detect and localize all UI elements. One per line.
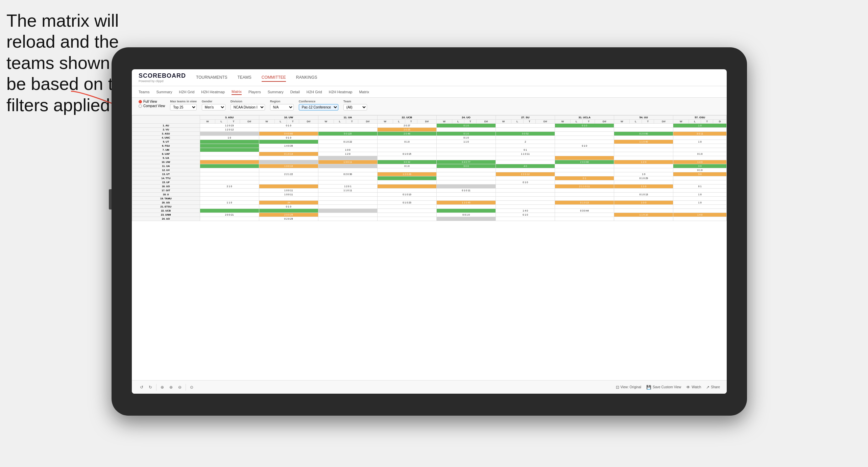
zoom-fit-icon[interactable]: ⊕	[159, 384, 165, 390]
table-row: 17. GIT1 0 0 111 1 0 110 1 0 11	[132, 189, 727, 193]
filter-division-select[interactable]: NCAA Division I	[231, 104, 265, 110]
ua-l: L	[334, 120, 346, 124]
ucb-dif: Dif	[417, 120, 436, 124]
ua-dif: Dif	[358, 120, 377, 124]
subnav-summary2[interactable]: Summary	[268, 89, 284, 95]
matrix-cell	[555, 168, 614, 172]
undo-icon[interactable]: ↺	[139, 384, 145, 390]
matrix-cell: 1 4 0	[496, 209, 555, 213]
matrix-cell: 0 1 0	[436, 132, 496, 136]
filter-max-teams: Max teams in view Top 25	[170, 100, 197, 110]
matrix-cell	[555, 180, 614, 185]
subnav-h2h-heatmap1[interactable]: H2H Heatmap	[201, 89, 225, 95]
reset-icon[interactable]: ⊙	[189, 384, 195, 390]
matrix-cell	[496, 201, 555, 205]
col-header-row-sub: W L T Dif W L T Dif W L T	[132, 120, 727, 124]
col-header-row-teams: 3. ASU 10. UW 11. UA 22. UCB 24. UO 27. …	[132, 116, 727, 120]
table-row: 15. UF0 1 0	[132, 180, 727, 185]
zoom-in-icon[interactable]: ⊕	[168, 384, 174, 390]
matrix-cell	[200, 152, 259, 156]
row-header: 2. VU	[132, 128, 200, 132]
matrix-cell: 0 0 1 0	[436, 213, 496, 217]
row-header: 10. UW	[132, 160, 200, 164]
watch-btn[interactable]: 👁 Watch	[686, 385, 701, 390]
col-uw: 10. UW	[259, 116, 318, 120]
matrix-cell: 2 2 0 12	[496, 172, 555, 176]
filter-max-teams-select[interactable]: Top 25	[170, 104, 197, 110]
share-btn[interactable]: ↗ Share	[706, 385, 720, 390]
view-original-btn[interactable]: ⊡ View: Original	[616, 385, 642, 390]
filter-conference: Conference Pac-12 Conference	[299, 100, 338, 110]
row-header: 9. UA	[132, 156, 200, 160]
filter-team-select[interactable]: (All)	[343, 104, 367, 110]
matrix-cell	[318, 164, 377, 168]
matrix-cell	[436, 205, 496, 209]
zoom-out-icon[interactable]: ⊖	[177, 384, 183, 390]
matrix-scroll[interactable]: 3. ASU 10. UW 11. UA 22. UCB 24. UO 27. …	[132, 115, 727, 380]
subnav-players[interactable]: Players	[248, 89, 261, 95]
matrix-cell: 0 2 0 60	[614, 132, 673, 136]
matrix-cell	[555, 136, 614, 140]
matrix-cell: 2	[496, 140, 555, 144]
subnav-h2h-heatmap2[interactable]: H2H Heatmap	[329, 89, 353, 95]
matrix-cell	[614, 152, 673, 156]
row-header: 5. UT	[132, 140, 200, 144]
matrix-cell	[496, 160, 555, 164]
subnav-h2h-grid1[interactable]: H2H Grid	[179, 89, 194, 95]
matrix-cell	[555, 213, 614, 217]
matrix-cell: 1 4 0	[673, 160, 727, 164]
filter-gender-select[interactable]: Men's	[202, 104, 225, 110]
subnav-matrix1[interactable]: Matrix	[232, 89, 242, 95]
matrix-cell: 2 1 1 0 11	[555, 185, 614, 189]
matrix-cell: 3 0	[673, 164, 727, 168]
matrix-cell: 1 4 0	[673, 213, 727, 217]
matrix-cell	[200, 144, 259, 148]
subnav-matrix2[interactable]: Matrix	[359, 89, 369, 95]
matrix-cell: 2 0 48	[377, 132, 436, 136]
nav-rankings[interactable]: RANKINGS	[296, 74, 317, 82]
matrix-cell	[200, 209, 259, 213]
matrix-cell: 0 1 0	[555, 144, 614, 148]
subnav-h2h-grid2[interactable]: H2H Grid	[307, 89, 322, 95]
uw-dif: Dif	[299, 120, 318, 124]
matrix-cell	[318, 197, 377, 201]
filter-conference-select[interactable]: Pac-12 Conference	[299, 104, 338, 110]
nav-tournaments[interactable]: TOURNAMENTS	[196, 74, 227, 82]
filter-region-select[interactable]: N/A N/A	[270, 104, 294, 110]
matrix-cell	[496, 124, 555, 128]
matrix-cell: 1 1 0	[614, 185, 673, 189]
matrix-cell: 0 1	[496, 148, 555, 152]
table-row: 23. UNM2 0 0 212 0 0 250 0 1 00 1 01 1 0…	[132, 213, 727, 217]
radio-compact-dot	[139, 104, 142, 108]
matrix-cell	[436, 144, 496, 148]
matrix-cell: 2 2 1 22	[259, 172, 318, 176]
redo-icon[interactable]: ↻	[147, 384, 153, 390]
radio-compact-view[interactable]: Compact View	[139, 104, 165, 108]
subnav-teams[interactable]: Teams	[139, 89, 149, 95]
nav-teams[interactable]: TEAMS	[237, 74, 251, 82]
main-nav: TOURNAMENTS TEAMS COMMITTEE RANKINGS	[196, 74, 317, 82]
row-header: 7. UM	[132, 148, 200, 152]
matrix-cell	[200, 164, 259, 168]
matrix-cell	[200, 217, 259, 221]
matrix-cell	[673, 209, 727, 213]
matrix-cell	[318, 201, 377, 205]
ua-w: W	[318, 120, 334, 124]
table-row: 21. ETSU0 1 0	[132, 205, 727, 209]
subnav-summary1[interactable]: Summary	[156, 89, 172, 95]
matrix-cell	[436, 209, 496, 213]
nav-committee[interactable]: COMMITTEE	[262, 74, 286, 82]
matrix-cell: 0 1 0 11	[436, 189, 496, 193]
subnav-detail[interactable]: Detail	[290, 89, 300, 95]
matrix-cell: 3 0 32	[377, 160, 436, 164]
radio-full-view[interactable]: Full View	[139, 100, 165, 103]
matrix-cell: 1 0	[673, 140, 727, 144]
matrix-cell: 3 0	[673, 172, 727, 176]
matrix-cell	[673, 197, 727, 201]
tablet-side-button	[109, 189, 112, 210]
uu-l: L	[630, 120, 642, 124]
row-header: 11. UA	[132, 164, 200, 168]
save-custom-btn[interactable]: 💾 Save Custom View	[646, 385, 681, 390]
app-header: SCOREBOARD Powered by clippd TOURNAMENTS…	[132, 69, 727, 86]
matrix-cell	[496, 197, 555, 201]
